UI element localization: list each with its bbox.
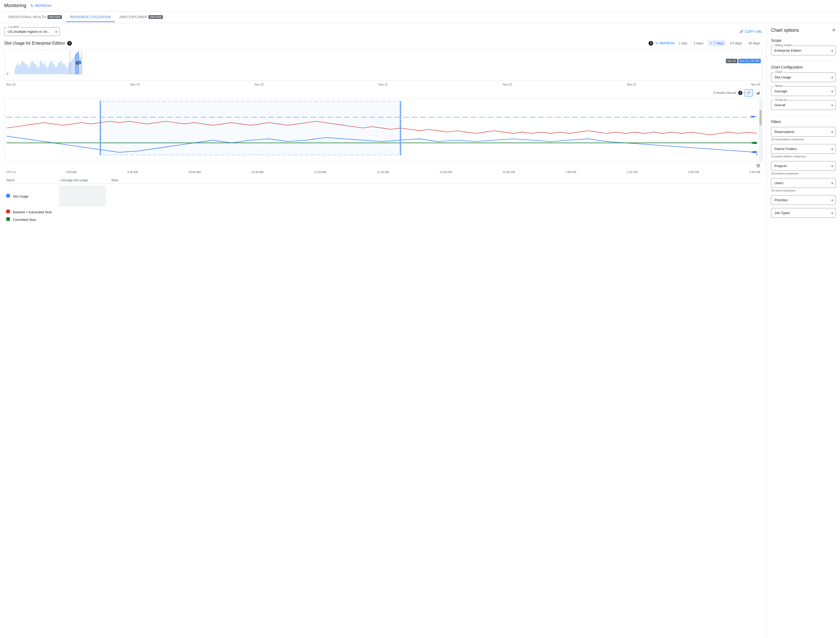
- svg-rect-21: [41, 61, 42, 74]
- svg-rect-27: [49, 63, 50, 74]
- chart-title: Slot Usage for Enterprise Edition: [4, 41, 65, 46]
- time-btn-30days[interactable]: 30 days: [746, 40, 763, 46]
- legend-color-blue: [6, 194, 10, 197]
- parent-folders-sublabel: 10 parent folders maximum: [771, 155, 836, 158]
- filter-job-types-wrap: Job Types ▾: [771, 208, 836, 218]
- link-icon: 🔗: [739, 30, 744, 33]
- metric-select[interactable]: Average Maximum Minimum: [771, 86, 836, 96]
- detail-svg: [6, 101, 757, 155]
- tab-operational-health[interactable]: OPERATIONAL HEALTH PREVIEW: [4, 13, 66, 22]
- chart-select-wrap: Chart Slot Usage Slot Utilization ▾: [771, 73, 836, 82]
- tab-resource-utilization[interactable]: RESOURCE UTILIZATION: [66, 13, 115, 22]
- reservations-sublabel: 10 reservations maximum: [771, 138, 836, 141]
- location-select[interactable]: US (multiple regions in Un...: [4, 27, 60, 36]
- time-btn-1day[interactable]: 1 day: [677, 40, 689, 46]
- svg-rect-33: [57, 66, 58, 74]
- metric-select-wrap: Metric Average Maximum Minimum ▾: [771, 86, 836, 96]
- chart-refresh-button[interactable]: ↻ REFRESH: [655, 41, 674, 45]
- svg-rect-24: [45, 65, 46, 74]
- detail-chart: 0: [4, 99, 763, 162]
- time-help-icon[interactable]: ?: [649, 41, 653, 46]
- time-btn-7days[interactable]: ✓ 7 days: [708, 40, 726, 46]
- copy-url-button[interactable]: 🔗 COPY URL: [739, 30, 763, 33]
- legend-row-slot-usage: Slot Usage: [4, 184, 57, 208]
- chart-select[interactable]: Slot Usage Slot Utilization: [771, 73, 836, 82]
- refresh-button[interactable]: ↻ REFRESH: [30, 4, 51, 8]
- interval-help-icon[interactable]: ?: [738, 91, 742, 95]
- filter-priorities-wrap: Priorities ▾: [771, 195, 836, 205]
- groupby-select-label: Group by: [774, 98, 788, 101]
- filter-users-select-wrap: Users ▾: [771, 178, 836, 188]
- filter-priorities-select[interactable]: Priorities: [771, 195, 836, 205]
- time-btn-14days[interactable]: 14 days: [728, 40, 744, 46]
- config-section: Chart Configuration Chart Slot Usage Slo…: [771, 65, 836, 110]
- bar-grid-icon[interactable]: ⊞: [756, 163, 760, 168]
- legend-col-avg[interactable]: ↓ Average slot usage: [57, 177, 109, 184]
- groupby-select[interactable]: Overall Reservation Project User: [771, 100, 836, 110]
- svg-rect-23: [44, 63, 44, 74]
- location-select-wrap: Location US (multiple regions in Un... ▾: [4, 27, 60, 36]
- app-title: Monitoring: [4, 3, 26, 8]
- chart-refresh-icon: ↻: [655, 41, 658, 45]
- overview-svg: [15, 52, 760, 74]
- scrollbar[interactable]: [759, 99, 762, 161]
- svg-rect-44: [71, 61, 72, 74]
- svg-rect-31: [54, 65, 55, 74]
- chart-title-row: Slot Usage for Enterprise Edition ? ? ↻ …: [4, 40, 763, 46]
- location-label: Location: [7, 25, 21, 28]
- svg-rect-11: [28, 68, 29, 74]
- legend-col-slots: Slots: [109, 177, 763, 184]
- svg-rect-3: [17, 63, 18, 74]
- filter-job-types-select[interactable]: Job Types: [771, 208, 836, 218]
- refresh-icon: ↻: [30, 4, 33, 8]
- svg-rect-5: [20, 64, 21, 74]
- svg-rect-19: [39, 66, 39, 74]
- chart-select-label: Chart: [774, 70, 783, 73]
- svg-rect-26: [48, 66, 49, 74]
- svg-rect-32: [55, 68, 57, 74]
- tooltip-time: Nov 24, 2:32 PM: [738, 59, 761, 63]
- legend-row-baseline: Baseline + Autoscaled Slots: [4, 208, 57, 216]
- preview-badge-operational: PREVIEW: [47, 15, 62, 19]
- table-row: Slot Usage: [4, 184, 763, 208]
- location-row: Location US (multiple regions in Un... ▾…: [4, 27, 763, 36]
- time-controls: ? ↻ REFRESH 1 day 3 days ✓ 7 days 14 day…: [649, 40, 763, 46]
- filter-projects-select[interactable]: Projects: [771, 161, 836, 171]
- filters-section: Filters Reservations ▾ 10 reservations m…: [771, 120, 836, 218]
- tooltip-date: Nov 24: [726, 59, 737, 63]
- svg-rect-38: [63, 63, 64, 74]
- time-btn-3days[interactable]: 3 days: [691, 40, 706, 46]
- svg-rect-29: [52, 61, 52, 74]
- svg-rect-30: [53, 64, 54, 74]
- svg-rect-6: [22, 61, 22, 74]
- scope-section: Scope Billing model Enterprise Edition S…: [771, 38, 836, 55]
- bar-chart-view-btn[interactable]: [754, 89, 763, 96]
- svg-rect-34: [58, 63, 59, 74]
- filter-users-select[interactable]: Users: [771, 178, 836, 188]
- filter-reservations-select[interactable]: Reservations: [771, 127, 836, 137]
- chart-help-icon[interactable]: ?: [67, 41, 72, 46]
- avg-placeholder: [59, 185, 106, 207]
- scope-label: Scope: [771, 38, 836, 43]
- svg-rect-37: [62, 64, 63, 74]
- svg-rect-46: [74, 56, 75, 74]
- filter-parent-folders-select[interactable]: Parent Folders: [771, 144, 836, 154]
- svg-rect-1: [15, 68, 16, 74]
- svg-rect-55: [756, 93, 757, 95]
- legend-row-committed: Committed Slots: [4, 216, 57, 223]
- legend-col-name: Name: [4, 177, 57, 184]
- billing-model-select[interactable]: Enterprise Edition Standard Edition On-d…: [771, 46, 836, 55]
- users-sublabel: 10 users maximum: [771, 189, 836, 192]
- svg-rect-14: [32, 61, 33, 74]
- line-chart-view-btn[interactable]: [745, 89, 753, 96]
- projects-sublabel: 10 projects maximum: [771, 172, 836, 175]
- tab-jobs-explorer[interactable]: JOBS EXPLORER PREVIEW: [115, 13, 167, 22]
- chart-controls-row: ⊞: [4, 162, 763, 169]
- svg-rect-13: [31, 62, 32, 74]
- svg-rect-50: [79, 55, 80, 74]
- svg-rect-17: [36, 65, 37, 74]
- filter-projects-wrap: Projects ▾ 10 projects maximum: [771, 161, 836, 175]
- legend-table: Name ↓ Average slot usage Slots: [4, 177, 763, 223]
- table-row: Baseline + Autoscaled Slots: [4, 208, 763, 216]
- close-button[interactable]: ✕: [832, 27, 836, 33]
